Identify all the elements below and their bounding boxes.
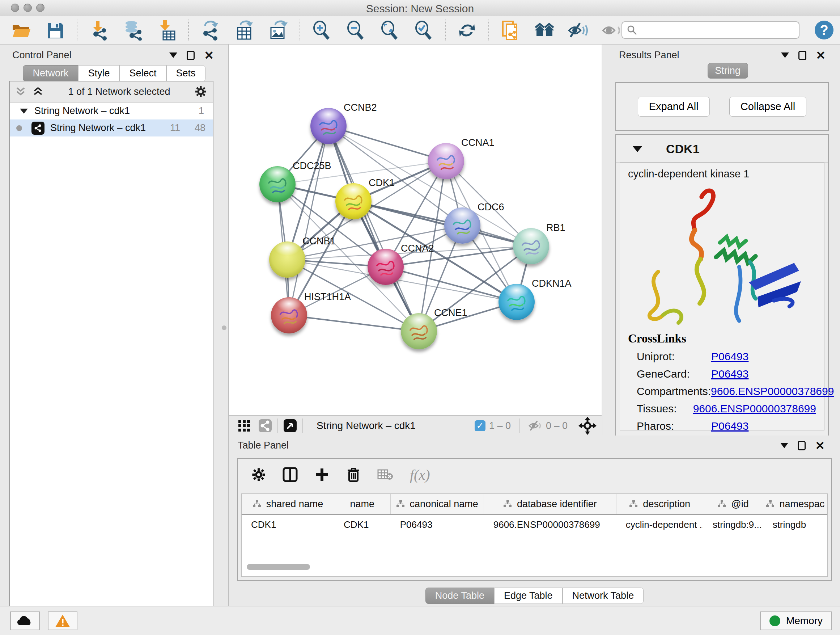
save-session-button[interactable] (45, 20, 66, 41)
open-session-button[interactable] (11, 20, 32, 41)
protein-section-header[interactable]: CDK1 (616, 135, 828, 163)
string-view-icon[interactable] (258, 418, 272, 433)
tab-style[interactable]: Style (78, 65, 119, 81)
node-CDKN1A[interactable] (499, 284, 535, 320)
zoom-selected-button[interactable] (413, 20, 434, 41)
edge-CDK1-RB1[interactable] (354, 201, 531, 246)
crosslink-link[interactable]: 9606.ENSP00000378699 (711, 385, 834, 397)
table-cell[interactable]: CDK1 (242, 515, 334, 535)
show-all-button[interactable] (602, 20, 623, 41)
node-CDC6[interactable] (444, 207, 480, 244)
zoom-in-button[interactable] (311, 20, 332, 41)
network-row[interactable]: String Network – cdk1 11 48 (10, 119, 213, 136)
memory-button[interactable]: Memory (760, 611, 832, 630)
add-column-icon[interactable] (314, 467, 330, 482)
tab-node-table[interactable]: Node Table (425, 587, 494, 604)
network-canvas[interactable]: CCNB2CCNA1CDC25BCDK1CDC6RB1CCNB1CCNA2CDK… (229, 44, 602, 416)
node-RB1[interactable] (513, 228, 549, 264)
grid-view-icon[interactable] (237, 418, 251, 433)
tab-string[interactable]: String (707, 63, 748, 79)
show-columns-icon[interactable] (283, 467, 298, 482)
crosslink-link[interactable]: 9606.ENSP00000378699 (693, 402, 816, 415)
results-panel-float-icon[interactable] (798, 51, 806, 60)
birds-eye-view-icon[interactable] (283, 418, 297, 433)
collapse-all-button[interactable]: Collapse All (729, 97, 807, 117)
node-CDK1[interactable] (335, 183, 371, 219)
node-CCNA1[interactable] (428, 143, 464, 179)
table-panel-close-icon[interactable]: ✕ (815, 441, 825, 450)
tab-sets[interactable]: Sets (166, 65, 205, 81)
import-network-database-button[interactable] (122, 20, 143, 41)
hide-selected-button[interactable] (568, 20, 589, 41)
help-button[interactable]: ? (815, 21, 834, 40)
edge-CCNB2-HIST1H1A[interactable] (289, 126, 328, 315)
column-header-name[interactable]: name (334, 494, 391, 514)
crosslink-link[interactable]: P06493 (711, 420, 748, 432)
import-network-file-button[interactable] (88, 20, 109, 41)
tab-select[interactable]: Select (119, 65, 166, 81)
table-cell[interactable]: stringdb (763, 515, 827, 535)
protein-collapse-icon[interactable] (633, 146, 642, 152)
control-panel-close-icon[interactable]: ✕ (204, 51, 214, 60)
collapse-all-icon[interactable] (16, 87, 27, 97)
control-panel-menu-icon[interactable] (169, 52, 177, 58)
tab-network[interactable]: Network (23, 65, 78, 81)
left-splitter-handle[interactable] (222, 325, 226, 330)
node-label-CCNB1: CCNB1 (302, 236, 336, 247)
table-cell[interactable]: 9606.ENSP00000378699 (484, 515, 616, 535)
table-cell[interactable]: cyclin-dependent ... (616, 515, 703, 535)
selected-checkbox-icon[interactable]: ✓ (475, 420, 485, 431)
control-panel-float-icon[interactable] (187, 51, 195, 60)
warnings-button[interactable] (48, 611, 77, 630)
table-cell[interactable]: stringdb:9... (703, 515, 763, 535)
table-cell[interactable]: P06493 (391, 515, 484, 535)
column-header-canonical-name[interactable]: canonical name (391, 494, 484, 514)
node-CCNB1[interactable] (269, 241, 305, 278)
search-input[interactable] (638, 24, 793, 36)
node-CCNE1[interactable] (401, 313, 437, 349)
table-panel-float-icon[interactable] (798, 441, 806, 450)
window-title: Session: New Session (0, 3, 840, 15)
table-cell[interactable]: CDK1 (334, 515, 391, 535)
cloud-status-button[interactable] (10, 611, 40, 630)
delete-column-trash-icon[interactable] (346, 467, 361, 483)
expand-all-icon[interactable] (33, 87, 44, 97)
duplicate-network-button[interactable] (500, 20, 521, 41)
fit-content-crosshair-icon[interactable] (578, 417, 597, 435)
network-collection-row[interactable]: String Network – cdk1 1 (10, 103, 213, 119)
zoom-fit-button[interactable] (379, 20, 400, 41)
refresh-view-button[interactable] (456, 20, 477, 41)
column-header-description[interactable]: description (616, 494, 703, 514)
column-header-database-identifier[interactable]: database identifier (484, 494, 616, 514)
column-header--id[interactable]: @id (703, 494, 763, 514)
crosslink-link[interactable]: P06493 (711, 350, 748, 363)
zoom-out-button[interactable] (345, 20, 366, 41)
expand-all-button[interactable]: Expand All (638, 97, 710, 117)
table-horizontal-scrollbar[interactable] (247, 564, 392, 570)
node-HIST1H1A[interactable] (271, 297, 307, 333)
edge-HIST1H1A-CCNE1[interactable] (289, 315, 419, 331)
control-panel-title: Control Panel (12, 50, 72, 61)
collection-expand-icon[interactable] (20, 109, 28, 114)
node-CCNB2[interactable] (310, 108, 347, 144)
table-options-gear-icon[interactable] (251, 467, 266, 482)
column-header-label: canonical name (410, 499, 478, 510)
export-image-button[interactable] (268, 20, 289, 41)
export-table-button[interactable] (234, 20, 255, 41)
tab-network-table[interactable]: Network Table (562, 587, 644, 604)
export-network-button[interactable] (200, 20, 221, 41)
tab-edge-table[interactable]: Edge Table (494, 587, 562, 604)
table-row[interactable]: CDK1CDK1P064939606.ENSP00000378699cyclin… (242, 515, 827, 535)
import-table-file-button[interactable] (156, 20, 177, 41)
first-neighbors-button[interactable] (534, 20, 555, 41)
results-panel-menu-icon[interactable] (781, 52, 789, 58)
database-network-icon (123, 20, 143, 41)
column-header-shared-name[interactable]: shared name (242, 494, 334, 514)
crosslink-link[interactable]: P06493 (711, 368, 748, 380)
column-header-namespac[interactable]: namespac (763, 494, 827, 514)
network-options-gear-icon[interactable] (195, 86, 207, 98)
node-CDC25B[interactable] (259, 166, 295, 203)
results-panel-close-icon[interactable]: ✕ (816, 51, 826, 60)
node-CCNA2[interactable] (368, 249, 404, 285)
table-panel-menu-icon[interactable] (780, 443, 788, 448)
